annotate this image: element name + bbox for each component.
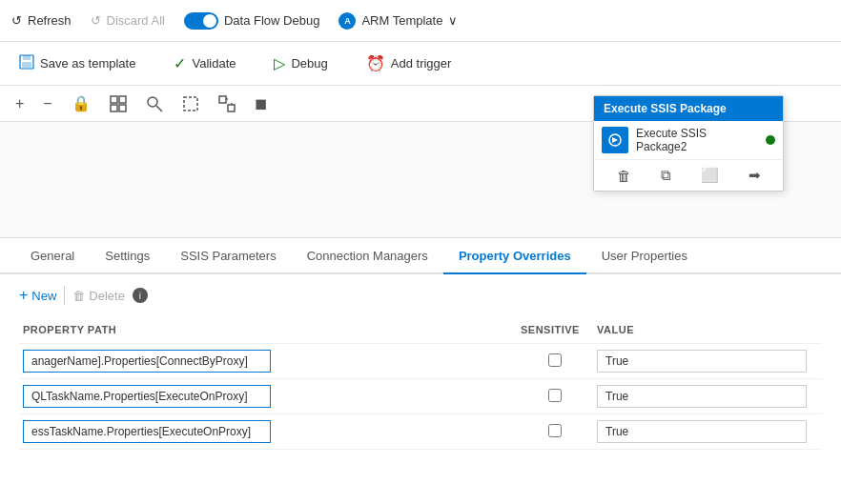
debug-icon: ▷ — [274, 54, 285, 72]
arm-icon: A — [338, 12, 356, 30]
col-header-path: PROPERTY PATH — [19, 320, 517, 344]
action-divider — [64, 286, 65, 305]
svg-rect-5 — [111, 105, 117, 111]
action-bar: + New 🗑 Delete i — [19, 286, 822, 305]
trigger-label: Add trigger — [391, 56, 452, 71]
ssis-card-actions: 🗑 ⧉ ⬜ ➡ — [594, 160, 783, 191]
svg-rect-11 — [228, 105, 235, 111]
svg-rect-1 — [23, 55, 31, 60]
search-tool[interactable] — [146, 95, 163, 112]
property-path-input-2[interactable] — [23, 420, 271, 443]
status-dot — [766, 135, 775, 145]
svg-rect-3 — [111, 96, 117, 103]
tab-property-overrides[interactable]: Property Overrides — [443, 238, 586, 274]
add-trigger-button[interactable]: ⏰ Add trigger — [359, 50, 460, 76]
debug-button[interactable]: ▷ Debug — [266, 50, 335, 76]
value-input-1[interactable] — [597, 385, 807, 408]
property-path-input-1[interactable] — [23, 385, 271, 408]
debug-label: Debug — [291, 56, 327, 71]
delete-activity-button[interactable]: 🗑 — [614, 165, 634, 187]
refresh-icon: ↺ — [11, 13, 22, 28]
top-bar: ↺ Refresh ↺ Discard All Data Flow Debug … — [0, 0, 841, 42]
data-flow-debug-toggle[interactable]: Data Flow Debug — [184, 12, 319, 30]
select-tool[interactable] — [182, 95, 199, 112]
property-table: PROPERTY PATH SENSITIVE VALUE — [19, 320, 822, 450]
table-row — [19, 414, 822, 450]
tab-ssis-parameters-label: SSIS Parameters — [180, 249, 276, 263]
discard-label: Discard All — [107, 13, 165, 28]
ssis-package-card: Execute SSIS Package Execute SSIS Packag… — [593, 95, 784, 192]
fit-tool[interactable] — [110, 95, 127, 112]
tabs-bar: General Settings SSIS Parameters Connect… — [0, 238, 841, 274]
toolbar: Save as template ✓ Validate ▷ Debug ⏰ Ad… — [0, 42, 841, 86]
trash-icon: 🗑 — [72, 289, 85, 303]
arrow-activity-button[interactable]: ➡ — [746, 164, 764, 187]
ssis-activity-name: Execute SSIS Package2 — [636, 127, 758, 153]
content-area: + New 🗑 Delete i PROPERTY PATH SENSITIVE… — [0, 274, 841, 461]
copy-activity-button[interactable]: ⬜ — [698, 164, 722, 187]
validate-button[interactable]: ✓ Validate — [166, 50, 243, 76]
tab-settings[interactable]: Settings — [90, 238, 165, 274]
table-header-row: PROPERTY PATH SENSITIVE VALUE — [19, 320, 822, 344]
sensitive-checkbox-1[interactable] — [548, 389, 562, 402]
delete-button[interactable]: 🗑 Delete — [72, 289, 125, 303]
ssis-activity-icon — [602, 127, 628, 153]
trigger-icon: ⏰ — [366, 54, 385, 72]
plus-icon: + — [19, 287, 28, 304]
canvas-area: + − 🔒 ◼ Execute SSIS Package — [0, 86, 841, 238]
validate-label: Validate — [192, 56, 236, 71]
grid-tool[interactable]: ◼ — [255, 94, 267, 112]
arm-template-menu[interactable]: A ARM Template ∨ — [338, 12, 458, 30]
tab-general[interactable]: General — [15, 238, 90, 274]
value-input-0[interactable] — [597, 350, 807, 373]
svg-rect-2 — [22, 62, 31, 68]
clone-activity-button[interactable]: ⧉ — [658, 164, 674, 187]
tab-connection-managers-label: Connection Managers — [307, 249, 428, 263]
svg-rect-9 — [184, 97, 197, 111]
sensitive-checkbox-2[interactable] — [548, 424, 562, 437]
tab-user-properties[interactable]: User Properties — [586, 238, 703, 274]
table-row — [19, 379, 822, 414]
col-header-value: VALUE — [593, 320, 822, 344]
validate-icon: ✓ — [174, 54, 186, 72]
delete-label: Delete — [89, 289, 125, 303]
discard-all-button[interactable]: ↺ Discard All — [91, 13, 165, 28]
svg-line-8 — [156, 106, 162, 111]
ssis-header-text: Execute SSIS Package — [604, 102, 727, 115]
tab-connection-managers[interactable]: Connection Managers — [292, 238, 443, 274]
remove-tool[interactable]: − — [43, 95, 51, 112]
sensitive-checkbox-0[interactable] — [548, 353, 562, 367]
svg-rect-10 — [219, 96, 226, 103]
toggle-switch[interactable] — [184, 12, 218, 30]
table-row — [19, 344, 822, 379]
refresh-label: Refresh — [28, 13, 72, 28]
debug-label: Data Flow Debug — [224, 13, 319, 28]
svg-rect-6 — [119, 105, 126, 111]
ssis-card-body[interactable]: Execute SSIS Package2 — [594, 121, 783, 160]
discard-icon: ↺ — [91, 13, 101, 28]
chevron-down-icon: ∨ — [448, 13, 458, 28]
tab-ssis-parameters[interactable]: SSIS Parameters — [165, 238, 291, 274]
save-template-button[interactable]: Save as template — [11, 50, 143, 77]
arm-template-label: ARM Template — [361, 13, 442, 28]
add-tool[interactable]: + — [15, 95, 24, 112]
property-path-input-0[interactable] — [23, 350, 271, 373]
ssis-card-header: Execute SSIS Package — [594, 96, 783, 121]
zoom-tool[interactable] — [218, 95, 236, 112]
tab-settings-label: Settings — [105, 249, 150, 263]
refresh-button[interactable]: ↺ Refresh — [11, 13, 72, 28]
value-input-2[interactable] — [597, 420, 807, 443]
new-label: New — [31, 289, 56, 303]
col-header-sensitive: SENSITIVE — [517, 320, 593, 344]
save-icon — [19, 54, 34, 73]
tab-user-properties-label: User Properties — [602, 249, 687, 263]
save-label: Save as template — [40, 56, 135, 71]
lock-tool[interactable]: 🔒 — [72, 94, 91, 112]
info-icon[interactable]: i — [133, 288, 148, 303]
tab-property-overrides-label: Property Overrides — [459, 249, 571, 263]
new-button[interactable]: + New — [19, 287, 56, 304]
tab-general-label: General — [31, 249, 74, 263]
svg-rect-4 — [119, 96, 126, 103]
svg-point-7 — [148, 97, 157, 107]
